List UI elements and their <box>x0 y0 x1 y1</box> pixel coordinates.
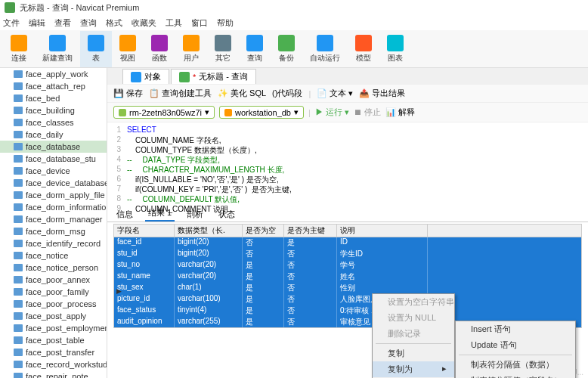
menu-item[interactable]: 收藏夹 <box>132 17 156 29</box>
table-row[interactable]: stu_novarchar(20)是否学号 <box>113 260 582 271</box>
export-button[interactable]: 📤 导出结果 <box>359 88 405 99</box>
menu-item[interactable]: 制表符分隔值（数据） <box>456 357 575 373</box>
tab-objects[interactable]: 对象 <box>122 69 169 84</box>
table-row[interactable]: picture_idvarchar(100)是否人脸库图片ID <box>113 294 582 305</box>
tool-用户[interactable]: 用户 <box>175 31 207 67</box>
sql-editor[interactable]: 1SELECT2 COLUMN_NAME 字段名,3 COLUMN_TYPE 数… <box>107 122 588 206</box>
tree-item[interactable]: face_post_apply <box>0 310 107 322</box>
tab-status[interactable]: 状态 <box>215 207 238 222</box>
tree-item[interactable]: face_record_workstudy <box>0 358 107 370</box>
tool-icon <box>11 35 27 51</box>
tool-icon <box>183 35 200 51</box>
tool-icon <box>88 35 104 51</box>
tree-item[interactable]: face_dorm_manager <box>0 213 107 225</box>
tool-视图[interactable]: 视图 <box>112 31 144 67</box>
menubar: 文件编辑查看查询格式收藏夹工具窗口帮助 <box>0 15 588 30</box>
tool-连接[interactable]: 连接 <box>3 31 35 67</box>
run-button[interactable]: ▶ 运行 ▾ <box>315 107 349 118</box>
menu-item[interactable]: 复制 <box>373 345 454 361</box>
tree-item[interactable]: face_notice <box>0 249 107 262</box>
tab-analyze[interactable]: 剖析 <box>184 207 206 222</box>
query-tool-button[interactable]: 📋 查询创建工具 <box>149 88 212 99</box>
tree-item[interactable]: face_post_transfer <box>0 346 107 358</box>
menu-item[interactable]: 帮助 <box>217 17 234 29</box>
column-header[interactable]: 说明 <box>337 225 428 237</box>
editor-toolbar: 💾 保存 📋 查询创建工具 ✨ 美化 SQL ()代码段 | 📄 文本 ▾ 📤 … <box>107 85 588 103</box>
menu-item[interactable]: Update 语句 <box>456 337 575 353</box>
table-icon <box>14 300 23 308</box>
beautify-button[interactable]: ✨ 美化 SQL <box>218 88 266 99</box>
tool-自动运行[interactable]: 自动运行 <box>302 31 348 67</box>
tree-item[interactable]: face_building <box>0 104 107 116</box>
stop-button[interactable]: ⏹ 停止 <box>354 107 381 118</box>
tree-item[interactable]: face_identify_record <box>0 237 107 249</box>
table-row[interactable]: face_idbigint(20)否是ID <box>113 237 582 249</box>
menu-item[interactable]: 制表符分隔值（字段名） <box>456 373 575 378</box>
tab-query[interactable]: *无标题 - 查询 <box>171 69 256 84</box>
tool-备份[interactable]: 备份 <box>271 31 302 67</box>
column-header[interactable]: 是否为空 <box>243 225 284 237</box>
column-header[interactable]: 字段名 <box>114 225 175 237</box>
column-header[interactable]: 是否为主键 <box>284 225 337 237</box>
tree-item[interactable]: face_dorm_apply_file <box>0 189 107 201</box>
content-tabs: 对象 *无标题 - 查询 <box>107 68 588 85</box>
tool-icon <box>49 35 66 51</box>
tree-item[interactable]: face_poor_annex <box>0 274 107 286</box>
menu-item[interactable]: 窗口 <box>191 17 208 29</box>
tree-item[interactable]: face_database <box>0 141 107 153</box>
tool-icon <box>355 35 372 51</box>
table-row[interactable]: stu_idbigint(20)否否学生ID <box>113 249 582 260</box>
menu-item[interactable]: 查询 <box>80 17 97 29</box>
database-selector[interactable]: workstation_db ▾ <box>219 106 304 119</box>
tab-info[interactable]: 信息 <box>113 207 136 222</box>
query-icon <box>179 72 190 82</box>
table-row[interactable]: stu_namevarchar(20)是否姓名 <box>113 271 582 283</box>
tree-item[interactable]: face_bed <box>0 92 107 104</box>
tool-模型[interactable]: 模型 <box>348 31 379 67</box>
tool-其它[interactable]: 其它 <box>207 31 239 67</box>
save-button[interactable]: 💾 保存 <box>113 88 143 99</box>
tool-查询[interactable]: 查询 <box>239 31 271 67</box>
tree-item[interactable]: face_attach_rep <box>0 80 107 92</box>
menu-item[interactable]: 格式 <box>106 17 122 29</box>
server-selector[interactable]: rm-2zetn83n05wz7i ▾ <box>113 106 215 119</box>
tree-item[interactable]: face_device_database <box>0 177 107 189</box>
tool-表[interactable]: 表 <box>80 31 112 67</box>
menu-item[interactable]: 复制为▸ <box>373 361 454 377</box>
tree-item[interactable]: face_repair_note <box>0 370 107 378</box>
table-row[interactable]: face_statustinyint(4)是否0:待审核 1：已通过 <box>113 305 582 317</box>
tree-item[interactable]: face_dorm_msg <box>0 225 107 237</box>
tree-item[interactable]: face_poor_process <box>0 298 107 310</box>
tool-新建查询[interactable]: 新建查询 <box>35 31 80 67</box>
tree-item[interactable]: face_post_employmen <box>0 322 107 334</box>
table-icon <box>14 82 23 90</box>
menu-item[interactable]: 编辑 <box>29 17 45 29</box>
tab-result[interactable]: 结果 1 <box>145 206 175 222</box>
explain-button[interactable]: 📊 解释 <box>385 107 415 118</box>
menu-item[interactable]: Insert 语句 <box>456 321 575 337</box>
segment-button[interactable]: ()代码段 <box>272 88 302 99</box>
tree-item[interactable]: face_apply_work <box>0 68 107 80</box>
text-button[interactable]: 📄 文本 ▾ <box>317 88 353 99</box>
table-row[interactable]: stu_sexchar(1)是否性别 <box>113 283 582 294</box>
menu-item[interactable]: 查看 <box>54 17 71 29</box>
tree-item[interactable]: face_poor_family <box>0 286 107 298</box>
tree-item[interactable]: face_notice_person <box>0 262 107 274</box>
menu-item[interactable]: 工具 <box>166 17 182 29</box>
table-icon <box>14 191 23 199</box>
menu-item[interactable]: 文件 <box>3 17 20 29</box>
tree-item[interactable]: face_device <box>0 165 107 177</box>
tree-item[interactable]: face_classes <box>0 116 107 129</box>
table-icon <box>14 361 23 368</box>
tool-icon <box>278 35 295 51</box>
tree-item[interactable]: face_database_stu <box>0 153 107 165</box>
tree-item[interactable]: face_dorm_information <box>0 201 107 213</box>
table-icon <box>14 119 23 126</box>
tree-item[interactable]: face_daily <box>0 129 107 141</box>
table-icon <box>131 72 141 82</box>
table-icon <box>14 288 23 296</box>
tool-函数[interactable]: 函数 <box>144 31 175 67</box>
tree-item[interactable]: face_post_table <box>0 334 107 346</box>
column-header[interactable]: 数据类型（长. <box>175 225 243 237</box>
tool-图表[interactable]: 图表 <box>379 31 411 67</box>
